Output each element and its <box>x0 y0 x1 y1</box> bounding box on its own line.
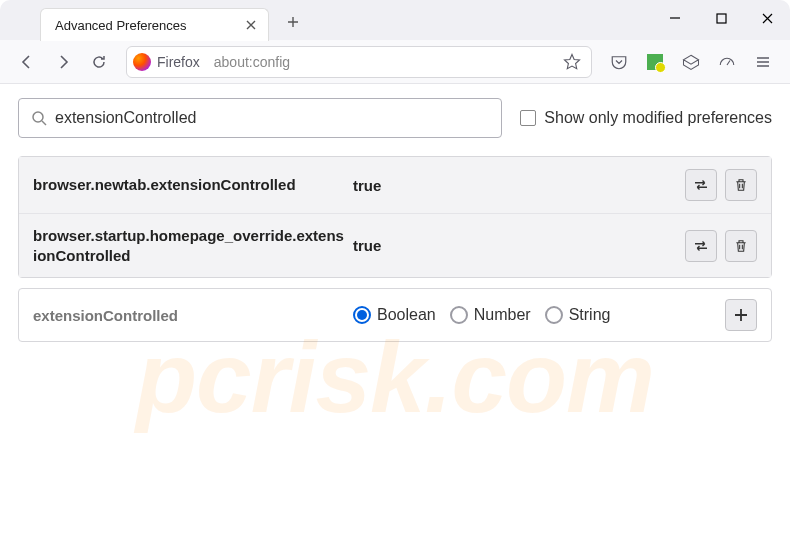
new-pref-row: extensionControlled Boolean Number Strin… <box>18 288 772 342</box>
svg-rect-0 <box>717 14 726 23</box>
maximize-button[interactable] <box>698 0 744 36</box>
new-tab-button[interactable] <box>279 8 307 36</box>
search-row: extensionControlled Show only modified p… <box>18 98 772 138</box>
radio-label: Number <box>474 306 531 324</box>
checkbox-icon <box>520 110 536 126</box>
window-close-button[interactable] <box>744 0 790 36</box>
content-area: extensionControlled Show only modified p… <box>0 84 790 356</box>
window-controls <box>652 0 790 36</box>
checkbox-label: Show only modified preferences <box>544 109 772 127</box>
toggle-button[interactable] <box>685 230 717 262</box>
addr-prefix: Firefox <box>157 54 200 70</box>
radio-icon <box>353 306 371 324</box>
titlebar: Advanced Preferences <box>0 0 790 40</box>
radio-boolean[interactable]: Boolean <box>353 306 436 324</box>
tab-title: Advanced Preferences <box>55 18 187 33</box>
pref-list: browser.newtab.extensionControlled true … <box>18 156 772 278</box>
radio-label: Boolean <box>377 306 436 324</box>
reload-button[interactable] <box>82 45 116 79</box>
new-pref-name: extensionControlled <box>33 307 353 324</box>
pref-value: true <box>353 177 685 194</box>
inbox-icon[interactable] <box>674 45 708 79</box>
svg-point-1 <box>33 112 43 122</box>
toggle-button[interactable] <box>685 169 717 201</box>
type-options: Boolean Number String <box>353 306 725 324</box>
delete-button[interactable] <box>725 169 757 201</box>
close-icon[interactable] <box>242 16 260 34</box>
show-modified-checkbox[interactable]: Show only modified preferences <box>520 109 772 127</box>
extension-icon[interactable] <box>638 45 672 79</box>
radio-label: String <box>569 306 611 324</box>
pocket-icon[interactable] <box>602 45 636 79</box>
pref-name: browser.startup.homepage_override.extens… <box>33 226 353 265</box>
radio-number[interactable]: Number <box>450 306 531 324</box>
radio-string[interactable]: String <box>545 306 611 324</box>
add-button[interactable] <box>725 299 757 331</box>
address-bar[interactable]: Firefox about:config <box>126 46 592 78</box>
radio-icon <box>450 306 468 324</box>
bookmark-star-icon[interactable] <box>559 53 585 71</box>
pref-name: browser.newtab.extensionControlled <box>33 175 353 195</box>
table-row: browser.newtab.extensionControlled true <box>19 157 771 213</box>
tab-active[interactable]: Advanced Preferences <box>40 8 269 41</box>
table-row: browser.startup.homepage_override.extens… <box>19 213 771 277</box>
delete-button[interactable] <box>725 230 757 262</box>
firefox-icon <box>133 53 151 71</box>
minimize-button[interactable] <box>652 0 698 36</box>
dashboard-icon[interactable] <box>710 45 744 79</box>
search-input[interactable]: extensionControlled <box>18 98 502 138</box>
radio-icon <box>545 306 563 324</box>
addr-firefox-chip: Firefox <box>133 53 208 71</box>
pref-value: true <box>353 237 685 254</box>
hamburger-menu-icon[interactable] <box>746 45 780 79</box>
addr-url: about:config <box>214 54 290 70</box>
navbar: Firefox about:config <box>0 40 790 84</box>
search-text: extensionControlled <box>55 109 196 127</box>
forward-button[interactable] <box>46 45 80 79</box>
back-button[interactable] <box>10 45 44 79</box>
